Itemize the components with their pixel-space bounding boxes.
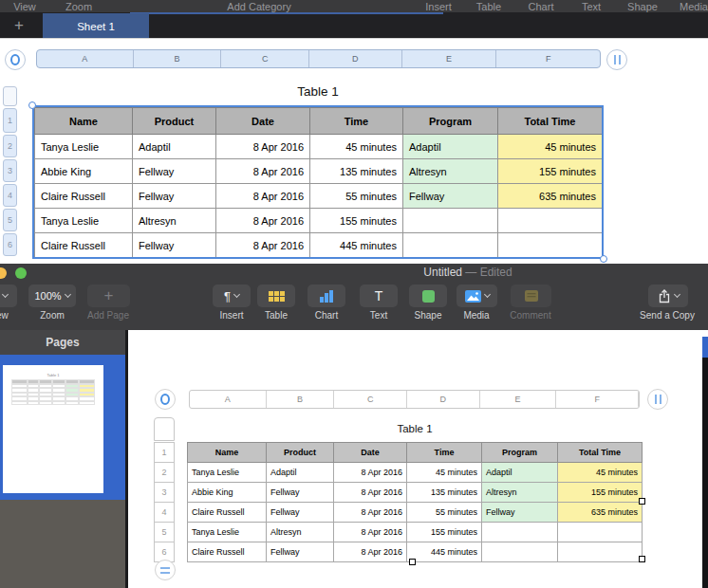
- add-row-button[interactable]: [155, 560, 176, 580]
- menu-item-chart[interactable]: Chart: [529, 0, 554, 12]
- cell[interactable]: 55 minutes: [310, 184, 403, 209]
- cell[interactable]: [558, 523, 643, 542]
- cell[interactable]: 8 Apr 2016: [334, 463, 407, 483]
- text-button[interactable]: T: [360, 285, 398, 307]
- cell[interactable]: 155 minutes: [558, 483, 643, 503]
- column-header[interactable]: Program: [403, 108, 498, 135]
- add-column-button[interactable]: [647, 389, 668, 410]
- pages-titlebar[interactable]: Untitled — Edited: [0, 264, 708, 281]
- cell[interactable]: 635 minutes: [558, 503, 643, 523]
- menu-item-view[interactable]: View: [13, 0, 36, 12]
- minimize-button[interactable]: [0, 267, 7, 279]
- column-letter-F[interactable]: F: [496, 50, 600, 67]
- cell[interactable]: Abbie King: [188, 483, 267, 503]
- cell[interactable]: Adaptil: [403, 135, 498, 159]
- cell[interactable]: [403, 233, 498, 258]
- cell[interactable]: 8 Apr 2016: [216, 209, 310, 233]
- column-letter-A[interactable]: A: [190, 391, 267, 408]
- row-header-6[interactable]: 6: [3, 233, 17, 256]
- menu-item-table[interactable]: Table: [476, 0, 501, 12]
- cell[interactable]: Altresyn: [482, 483, 558, 503]
- row-header-2[interactable]: 2: [154, 462, 175, 483]
- cell[interactable]: [403, 209, 498, 233]
- add-page-button[interactable]: +: [87, 285, 130, 307]
- cell[interactable]: Altresyn: [403, 159, 498, 184]
- cell[interactable]: Claire Russell: [188, 542, 267, 562]
- row-header-5[interactable]: 5: [3, 209, 17, 231]
- cell[interactable]: Fellway: [267, 542, 334, 562]
- cell[interactable]: 445 minutes: [310, 233, 403, 258]
- cell[interactable]: 55 minutes: [407, 503, 482, 523]
- page-thumbnail[interactable]: Table 1: [3, 365, 103, 493]
- cell[interactable]: 8 Apr 2016: [334, 523, 407, 542]
- cell[interactable]: Adaptil: [133, 135, 216, 159]
- cell[interactable]: [558, 542, 643, 562]
- column-letter-B[interactable]: B: [134, 50, 222, 67]
- chart-button[interactable]: [307, 285, 345, 307]
- sheet-tab-active[interactable]: Sheet 1: [43, 13, 149, 39]
- cell[interactable]: [482, 523, 558, 542]
- cell[interactable]: Tanya Leslie: [188, 523, 267, 542]
- cell[interactable]: Fellway: [133, 159, 216, 184]
- menu-item-media[interactable]: Media: [680, 0, 708, 12]
- column-letter-E[interactable]: E: [480, 391, 557, 408]
- menu-item-add-category[interactable]: Add Category: [227, 0, 290, 12]
- column-header[interactable]: Total Time: [558, 443, 643, 463]
- column-header[interactable]: Date: [216, 108, 310, 135]
- cell[interactable]: 8 Apr 2016: [216, 135, 310, 159]
- cell[interactable]: Claire Russell: [188, 503, 267, 523]
- cell[interactable]: Altresyn: [133, 209, 216, 233]
- menu-item-shape[interactable]: Shape: [627, 0, 658, 12]
- cell[interactable]: Tanya Leslie: [35, 135, 133, 159]
- cell[interactable]: Abbie King: [35, 159, 133, 184]
- column-letter-D[interactable]: D: [309, 50, 402, 67]
- table-corner-handle[interactable]: [639, 556, 645, 562]
- column-header[interactable]: Time: [407, 443, 482, 463]
- column-header[interactable]: Name: [35, 108, 133, 135]
- column-header[interactable]: Program: [482, 443, 558, 463]
- menu-item-zoom[interactable]: Zoom: [65, 0, 92, 12]
- table-row-handle[interactable]: [409, 559, 416, 565]
- cell[interactable]: 45 minutes: [558, 463, 643, 483]
- cell[interactable]: Claire Russell: [35, 233, 133, 258]
- add-column-button[interactable]: [606, 49, 627, 70]
- add-sheet-button[interactable]: +: [9, 14, 28, 37]
- table-handle-button[interactable]: [155, 389, 176, 410]
- column-header[interactable]: Product: [133, 108, 216, 135]
- cell[interactable]: Fellway: [267, 483, 334, 503]
- column-letter-C[interactable]: C: [334, 391, 407, 408]
- cell[interactable]: [498, 209, 603, 233]
- cell[interactable]: 135 minutes: [310, 159, 403, 184]
- zoom-window-button[interactable]: [15, 267, 27, 279]
- cell[interactable]: [482, 542, 558, 562]
- row-header-4[interactable]: 4: [3, 184, 17, 207]
- view-button[interactable]: [0, 285, 17, 307]
- cell[interactable]: 45 minutes: [498, 135, 603, 159]
- send-a-copy-button[interactable]: [648, 285, 688, 307]
- column-letter-F[interactable]: F: [556, 391, 639, 408]
- cell[interactable]: 8 Apr 2016: [334, 542, 407, 562]
- cell[interactable]: Tanya Leslie: [35, 209, 133, 233]
- cell[interactable]: 8 Apr 2016: [334, 503, 407, 523]
- page-thumbnail-selected[interactable]: Table 1: [0, 355, 125, 500]
- column-letter-E[interactable]: E: [402, 50, 497, 67]
- comment-button[interactable]: [511, 285, 551, 307]
- cell[interactable]: Fellway: [133, 184, 216, 209]
- table-title[interactable]: Table 1: [397, 423, 432, 434]
- insert-button[interactable]: ¶: [213, 285, 251, 307]
- cell[interactable]: Fellway: [482, 503, 558, 523]
- column-header[interactable]: Total Time: [498, 108, 603, 135]
- cell[interactable]: 45 minutes: [407, 463, 482, 483]
- cell[interactable]: Fellway: [267, 503, 334, 523]
- row-header-2[interactable]: 2: [3, 135, 17, 157]
- cell[interactable]: 45 minutes: [310, 135, 403, 159]
- row-header-5[interactable]: 5: [154, 522, 175, 542]
- cell[interactable]: 135 minutes: [407, 483, 482, 503]
- column-header[interactable]: Product: [267, 443, 334, 463]
- zoom-button[interactable]: 100%: [28, 285, 76, 307]
- cell[interactable]: Adaptil: [482, 463, 558, 483]
- media-button[interactable]: [456, 285, 497, 307]
- cell[interactable]: 8 Apr 2016: [216, 233, 310, 258]
- column-letter-C[interactable]: C: [221, 50, 309, 67]
- row-header-1[interactable]: 1: [3, 108, 17, 133]
